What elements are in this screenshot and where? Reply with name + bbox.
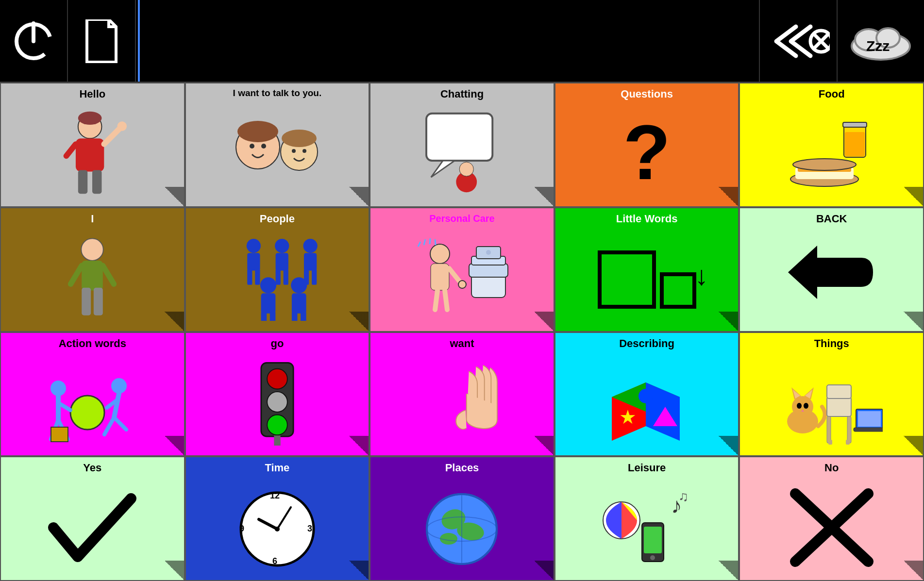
cell-yes[interactable]: Yes <box>0 456 185 581</box>
cell-personal-care-icon <box>374 227 550 327</box>
svg-point-59 <box>291 277 307 293</box>
cell-i[interactable]: I <box>0 207 185 332</box>
svg-rect-13 <box>78 170 87 194</box>
svg-rect-32 <box>845 132 865 156</box>
cell-places-icon <box>374 477 550 576</box>
svg-point-43 <box>247 239 261 253</box>
cell-action-words[interactable]: Action words <box>0 332 185 457</box>
svg-rect-48 <box>275 253 288 270</box>
svg-rect-118 <box>858 411 881 427</box>
cell-go[interactable]: go <box>185 332 370 457</box>
svg-rect-58 <box>270 312 276 321</box>
svg-rect-62 <box>301 312 306 321</box>
cell-hello[interactable]: Hello <box>0 83 185 207</box>
cell-things-icon <box>744 352 919 452</box>
cell-people-label: People <box>260 213 295 225</box>
svg-rect-60 <box>292 294 306 314</box>
svg-point-36 <box>793 159 856 170</box>
cell-questions[interactable]: Questions ? <box>554 83 739 207</box>
new-page-button[interactable] <box>68 0 136 83</box>
svg-point-77 <box>486 250 491 255</box>
svg-line-65 <box>424 239 425 245</box>
sleep-icon: Zzz <box>844 19 917 63</box>
svg-line-17 <box>67 144 76 156</box>
svg-line-42 <box>103 266 114 284</box>
cell-describing-label: Describing <box>619 338 674 349</box>
cell-things[interactable]: Things <box>739 332 924 457</box>
cell-things-label: Things <box>814 338 849 349</box>
clock-svg: 12 3 6 9 <box>234 483 321 570</box>
svg-point-29 <box>460 162 474 176</box>
svg-point-99 <box>638 389 653 403</box>
people-svg <box>226 233 328 321</box>
svg-point-93 <box>267 415 287 435</box>
svg-point-20 <box>250 144 254 149</box>
svg-point-70 <box>458 281 466 288</box>
svg-text:6: 6 <box>272 556 277 566</box>
svg-point-137 <box>650 555 655 560</box>
svg-point-92 <box>267 392 287 412</box>
svg-rect-74 <box>469 264 508 277</box>
cell-people[interactable]: People <box>185 207 370 332</box>
lw-small-square <box>660 272 696 309</box>
person-standing-svg <box>61 233 124 321</box>
cell-describing[interactable]: Describing ★ <box>554 332 739 457</box>
svg-point-25 <box>302 149 306 153</box>
svg-rect-39 <box>82 288 91 315</box>
new-page-icon <box>82 19 121 63</box>
checkmark-svg <box>46 484 138 569</box>
svg-rect-94 <box>274 435 280 446</box>
svg-text:3: 3 <box>307 524 312 533</box>
cell-want[interactable]: want <box>370 332 554 457</box>
cell-want-icon <box>374 352 550 452</box>
svg-text:12: 12 <box>270 491 280 500</box>
svg-text:★: ★ <box>619 406 637 428</box>
top-bar: Zzz <box>0 0 924 83</box>
cell-no[interactable]: No <box>739 456 924 581</box>
things-svg <box>781 358 883 446</box>
cell-questions-label: Questions <box>621 88 673 100</box>
cube-svg: ★ <box>602 358 692 446</box>
cell-back-icon <box>744 228 919 327</box>
svg-rect-45 <box>247 269 252 285</box>
cell-chatting[interactable]: Chatting <box>370 83 554 207</box>
chatting-svg <box>416 109 508 196</box>
svg-point-19 <box>237 121 278 142</box>
cell-back[interactable]: BACK <box>739 207 924 332</box>
svg-rect-117 <box>854 428 883 432</box>
sleep-button[interactable]: Zzz <box>837 0 924 83</box>
cell-time[interactable]: Time 12 3 6 9 <box>185 456 370 581</box>
top-spacer <box>136 0 759 82</box>
svg-point-37 <box>82 239 103 261</box>
cell-yes-label: Yes <box>83 462 101 474</box>
cell-iwant[interactable]: I want to talk to you. <box>185 83 370 207</box>
svg-point-24 <box>292 149 296 153</box>
hand-svg <box>413 358 510 446</box>
svg-rect-12 <box>76 139 104 172</box>
svg-line-15 <box>104 128 121 144</box>
power-button[interactable] <box>0 0 68 83</box>
cell-personal-care[interactable]: Personal Care <box>370 207 554 332</box>
cell-people-icon <box>190 228 365 327</box>
iwant-svg <box>229 108 326 196</box>
cell-places[interactable]: Places <box>370 456 554 581</box>
cell-go-icon <box>190 352 365 452</box>
svg-rect-112 <box>827 416 831 443</box>
svg-point-102 <box>792 396 813 417</box>
cell-little-words[interactable]: Little Words ↓ <box>554 207 739 332</box>
xmark-svg <box>786 484 878 569</box>
svg-point-107 <box>797 403 802 409</box>
svg-rect-136 <box>644 527 662 553</box>
cell-food[interactable]: Food <box>739 83 924 207</box>
cell-places-label: Places <box>445 462 479 474</box>
svg-point-55 <box>260 277 276 293</box>
svg-rect-89 <box>51 427 68 442</box>
svg-rect-50 <box>284 269 288 285</box>
symbol-grid: Hello I want to ta <box>0 83 924 581</box>
svg-line-72 <box>445 290 447 310</box>
power-icon <box>12 19 55 63</box>
cell-leisure[interactable]: Leisure ♪ ♫ <box>554 456 739 581</box>
cell-hello-label: Hello <box>79 88 105 100</box>
svg-text:Zzz: Zzz <box>866 38 890 54</box>
delete-button[interactable] <box>759 0 837 83</box>
